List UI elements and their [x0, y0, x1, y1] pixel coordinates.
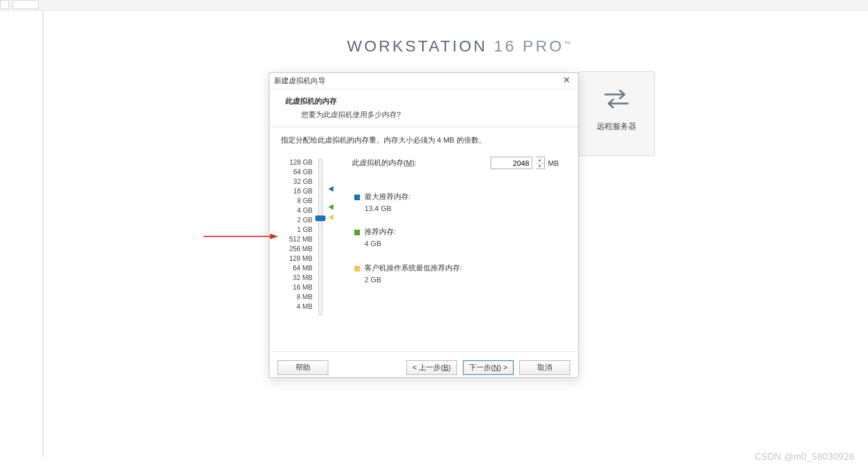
- memory-tick: 64 GB: [280, 167, 313, 177]
- memory-input-row: ▲ ▼ MB: [491, 157, 559, 169]
- memory-unit: MB: [548, 159, 559, 167]
- memory-tick: 4 MB: [280, 302, 313, 312]
- legend-min: 客户机操作系统最低推荐内存: 2 GB: [354, 263, 462, 284]
- memory-tick-labels: 128 GB64 GB32 GB16 GB8 GB4 GB2 GB1 GB512…: [280, 158, 313, 312]
- memory-input[interactable]: [491, 157, 532, 169]
- back-button[interactable]: < 上一步(B): [406, 360, 457, 375]
- transfer-icon: [602, 88, 631, 110]
- legend-min-value: 2 GB: [364, 275, 462, 284]
- memory-tick: 8 MB: [280, 292, 313, 302]
- brand-title: WORKSTATION 16 PRO™: [347, 37, 571, 55]
- marker-min-icon: [328, 214, 333, 220]
- dialog-subheading: 您要为此虚拟机使用多少内存?: [285, 110, 562, 120]
- memory-tick: 32 MB: [280, 273, 313, 283]
- dialog-header: 此虚拟机的内存 您要为此虚拟机使用多少内存?: [270, 89, 578, 127]
- memory-spinner[interactable]: ▲ ▼: [536, 157, 545, 169]
- memory-tick: 16 MB: [280, 283, 313, 292]
- legend-rec-value: 4 GB: [364, 239, 396, 248]
- dialog-body: 指定分配给此虚拟机的内存量。内存大小必须为 4 MB 的倍数。 128 GB64…: [270, 135, 578, 350]
- legend-max-value: 13.4 GB: [364, 204, 411, 213]
- watermark: CSDN @m0_58030928: [754, 452, 854, 462]
- memory-tick: 256 MB: [280, 244, 313, 254]
- toolbar-button-1[interactable]: [0, 0, 9, 9]
- memory-tick: 4 GB: [280, 206, 313, 215]
- memory-slider[interactable]: [315, 159, 326, 323]
- dialog-footer: 帮助 < 上一步(B) 下一步(N) > 取消: [270, 351, 578, 377]
- remote-server-label: 远程服务器: [579, 122, 654, 132]
- legend-min-swatch: [354, 266, 360, 271]
- help-button[interactable]: 帮助: [277, 360, 328, 375]
- dialog-heading: 此虚拟机的内存: [285, 96, 562, 106]
- memory-tick: 64 MB: [280, 264, 313, 273]
- remote-server-card[interactable]: 远程服务器: [578, 71, 655, 156]
- memory-tick: 128 MB: [280, 254, 313, 264]
- next-button[interactable]: 下一步(N) >: [463, 360, 514, 375]
- memory-tick: 512 MB: [280, 235, 313, 244]
- memory-instruction: 指定分配给此虚拟机的内存量。内存大小必须为 4 MB 的倍数。: [281, 135, 568, 145]
- memory-tick: 8 GB: [280, 196, 313, 206]
- toolbar-button-2[interactable]: [12, 0, 38, 9]
- top-toolbar: [0, 0, 868, 11]
- memory-tick: 1 GB: [280, 225, 313, 235]
- memory-input-label: 此虚拟机的内存(M):: [352, 158, 416, 167]
- legend-max: 最大推荐内存: 13.4 GB: [354, 192, 411, 213]
- left-pane-divider: [42, 10, 44, 457]
- marker-rec-icon: [328, 204, 333, 210]
- spinner-up-icon[interactable]: ▲: [536, 157, 544, 163]
- memory-tick: 32 GB: [280, 177, 313, 187]
- memory-tick: 2 GB: [280, 215, 313, 225]
- memory-tick: 16 GB: [280, 187, 313, 196]
- annotation-arrow: [203, 232, 278, 240]
- new-vm-wizard-dialog: 新建虚拟机向导 ✕ 此虚拟机的内存 您要为此虚拟机使用多少内存? 指定分配给此虚…: [269, 72, 579, 378]
- memory-area: 128 GB64 GB32 GB16 GB8 GB4 GB2 GB1 GB512…: [280, 158, 568, 327]
- close-icon[interactable]: ✕: [557, 74, 576, 87]
- memory-tick: 128 GB: [280, 158, 313, 167]
- dialog-titlebar[interactable]: 新建虚拟机向导 ✕: [270, 73, 578, 89]
- dialog-separator: [270, 127, 578, 127]
- memory-right-column: 此虚拟机的内存(M): ▲ ▼ MB: [352, 158, 568, 168]
- legend-max-swatch: [354, 195, 360, 200]
- marker-max-icon: [328, 186, 333, 192]
- legend-rec-swatch: [354, 230, 360, 235]
- dialog-title: 新建虚拟机向导: [274, 76, 326, 85]
- legend-rec: 推荐内存: 4 GB: [354, 227, 396, 248]
- memory-slider-thumb[interactable]: [315, 215, 326, 221]
- cancel-button[interactable]: 取消: [519, 360, 570, 375]
- spinner-down-icon[interactable]: ▼: [536, 163, 544, 169]
- memory-slider-track[interactable]: [318, 159, 323, 315]
